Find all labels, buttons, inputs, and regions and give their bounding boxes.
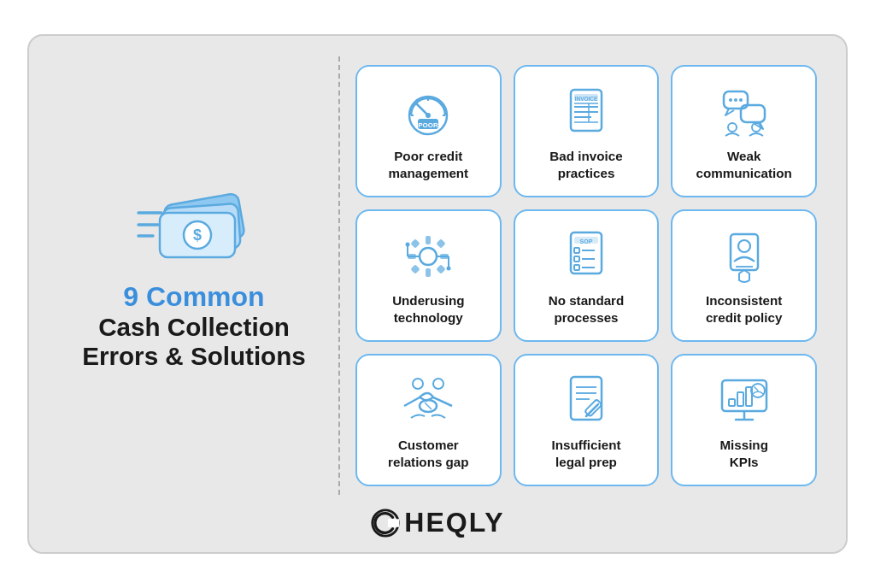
invoice-icon: INVOICE: [557, 83, 615, 141]
communication-icon: [715, 83, 773, 141]
grid-item-legal-prep: Insufficientlegal prep: [514, 354, 660, 486]
grid-label: Underusingtechnology: [392, 292, 464, 326]
svg-point-29: [739, 98, 743, 102]
svg-point-57: [738, 240, 750, 252]
svg-text:POOR: POOR: [419, 121, 439, 129]
svg-line-76: [755, 387, 758, 391]
svg-rect-40: [437, 264, 446, 273]
grid-label: No standardprocesses: [549, 292, 625, 326]
grid-label: Poor creditmanagement: [388, 148, 468, 182]
svg-point-28: [734, 98, 737, 102]
svg-line-62: [425, 403, 432, 409]
grid-item-bad-invoice: INVOICE Bad invoicepractices: [514, 65, 660, 197]
highlight-text: 9 Common: [82, 281, 305, 313]
svg-rect-38: [437, 238, 446, 248]
svg-point-60: [433, 379, 443, 389]
svg-rect-78: [388, 519, 399, 526]
grid-label: Weakcommunication: [696, 148, 792, 182]
svg-point-30: [728, 123, 737, 132]
grid-label: Inconsistentcredit policy: [706, 292, 782, 326]
svg-rect-50: [574, 248, 579, 253]
left-text: 9 Common Cash CollectionErrors & Solutio…: [82, 281, 305, 371]
left-panel: $ 9 Common Cash CollectionErrors & Solut…: [50, 56, 340, 495]
svg-rect-52: [574, 256, 579, 262]
svg-rect-73: [737, 392, 743, 406]
footer: HEQLY: [370, 507, 504, 538]
credit-icon: POOR: [399, 83, 457, 141]
grid-item-no-standard: SOP No standardprocesses: [514, 209, 660, 342]
grid-item-customer-relations: Customerrelations gap: [355, 354, 502, 486]
svg-rect-39: [411, 264, 420, 273]
grid-item-inconsistent-credit: Inconsistentcredit policy: [671, 209, 817, 342]
main-content: $ 9 Common Cash CollectionErrors & Solut…: [50, 56, 825, 495]
grid-label: Customerrelations gap: [388, 437, 469, 471]
main-title: Cash CollectionErrors & Solutions: [82, 313, 305, 371]
svg-rect-37: [411, 238, 420, 248]
grid-label: Insufficientlegal prep: [551, 437, 620, 471]
policy-icon: [715, 227, 773, 285]
svg-text:INVOICE: INVOICE: [575, 96, 598, 102]
brand-logo: HEQLY: [370, 507, 504, 538]
svg-text:$: $: [193, 226, 202, 244]
money-icon: $: [134, 180, 254, 266]
svg-text:SOP: SOP: [580, 238, 593, 244]
grid-label: MissingKPIs: [719, 437, 768, 471]
right-grid: POOR Poor creditmanagement INVOICE: [340, 56, 825, 495]
svg-rect-34: [426, 268, 431, 277]
svg-point-46: [406, 242, 410, 246]
grid-item-weak-communication: Weakcommunication: [671, 65, 817, 197]
relations-icon: [399, 372, 457, 430]
sop-icon: SOP: [557, 227, 615, 285]
brand-name: HEQLY: [404, 507, 504, 538]
svg-point-59: [413, 379, 423, 389]
svg-point-27: [729, 98, 732, 102]
svg-rect-72: [729, 399, 735, 406]
kpi-icon: [715, 372, 773, 430]
grid-item-underusing-tech: Underusingtechnology: [355, 209, 502, 342]
grid-item-missing-kpis: MissingKPIs: [671, 354, 817, 486]
grid-item-poor-credit: POOR Poor creditmanagement: [355, 65, 502, 197]
legal-icon: [557, 372, 615, 430]
technology-icon: [399, 227, 457, 285]
svg-point-43: [447, 266, 451, 270]
svg-rect-33: [426, 236, 431, 244]
main-card: $ 9 Common Cash CollectionErrors & Solut…: [27, 34, 848, 554]
svg-rect-54: [574, 265, 579, 270]
svg-point-32: [420, 248, 437, 265]
svg-point-10: [426, 113, 431, 118]
grid-label: Bad invoicepractices: [549, 148, 622, 182]
